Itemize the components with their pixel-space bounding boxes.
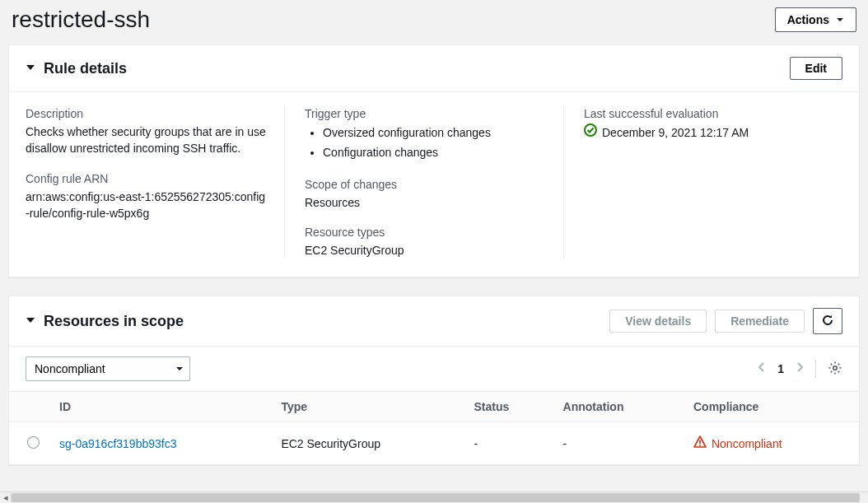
eval-value: December 9, 2021 12:17 AM — [602, 124, 749, 141]
remediate-button[interactable]: Remediate — [715, 310, 805, 333]
actions-label: Actions — [787, 13, 829, 26]
rule-details-title: Rule details — [44, 60, 127, 77]
trigger-item: Oversized configuration changes — [323, 123, 547, 143]
resource-id-link[interactable]: sg-0a916cf319bb93fc3 — [59, 437, 176, 450]
trigger-label: Trigger type — [305, 107, 547, 120]
page-number: 1 — [777, 362, 784, 375]
svg-point-1 — [833, 366, 838, 370]
compliance-badge: Noncompliant — [693, 435, 782, 451]
warning-icon — [693, 435, 707, 451]
settings-gear-icon[interactable] — [828, 361, 842, 378]
scope-label: Scope of changes — [305, 178, 547, 191]
success-check-icon — [584, 123, 597, 141]
description-label: Description — [26, 107, 268, 120]
col-trigger: Trigger type Oversized configuration cha… — [284, 107, 563, 258]
resources-panel: Resources in scope View details Remediat… — [8, 296, 860, 465]
col-eval: Last successful evaluation December 9, 2… — [563, 107, 842, 258]
horizontal-scrollbar[interactable]: ◂ — [0, 491, 868, 503]
collapse-icon[interactable] — [26, 314, 35, 328]
divider — [815, 360, 816, 378]
scroll-thumb[interactable] — [12, 493, 860, 502]
edit-button[interactable]: Edit — [790, 57, 842, 80]
eval-label: Last successful evaluation — [584, 107, 826, 120]
resource-status: - — [464, 422, 553, 465]
compliance-filter[interactable]: Noncompliant — [26, 356, 190, 381]
scroll-left-icon[interactable]: ◂ — [0, 492, 12, 504]
view-details-button[interactable]: View details — [609, 310, 707, 333]
compliance-filter-select[interactable]: Noncompliant — [26, 356, 190, 381]
refresh-button[interactable] — [813, 308, 842, 334]
col-description: Description Checks whether security grou… — [26, 107, 284, 258]
refresh-icon — [821, 314, 834, 329]
col-status[interactable]: Status — [464, 392, 553, 422]
collapse-icon[interactable] — [26, 62, 35, 75]
resource-types-label: Resource types — [305, 226, 547, 239]
resource-annotation: - — [553, 422, 684, 465]
table-row[interactable]: sg-0a916cf319bb93fc3 EC2 SecurityGroup -… — [9, 422, 859, 465]
trigger-item: Configuration changes — [323, 143, 547, 163]
col-type[interactable]: Type — [271, 392, 464, 422]
svg-point-3 — [699, 445, 701, 446]
col-select — [9, 392, 49, 422]
caret-down-icon — [836, 13, 844, 26]
scroll-track[interactable] — [12, 492, 868, 503]
scope-value: Resources — [305, 194, 547, 211]
trigger-list: Oversized configuration changes Configur… — [305, 123, 547, 163]
col-id[interactable]: ID — [49, 392, 271, 422]
description-value: Checks whether security groups that are … — [26, 123, 268, 157]
next-page-icon[interactable] — [796, 361, 804, 376]
rule-details-panel: Rule details Edit Description Checks whe… — [8, 44, 860, 277]
page-title: restricted-ssh — [12, 7, 150, 33]
row-select-radio[interactable] — [27, 436, 40, 449]
resources-table: ID Type Status Annotation Compliance sg-… — [9, 391, 859, 464]
col-annotation[interactable]: Annotation — [553, 392, 684, 422]
col-compliance[interactable]: Compliance — [684, 392, 859, 422]
resource-type: EC2 SecurityGroup — [271, 422, 464, 465]
prev-page-icon[interactable] — [758, 361, 766, 376]
arn-value: arn:aws:config:us-east-1:652556272305:co… — [26, 189, 268, 222]
actions-button[interactable]: Actions — [775, 7, 856, 32]
arn-label: Config rule ARN — [26, 172, 268, 185]
pager: 1 — [758, 360, 842, 378]
resources-title: Resources in scope — [44, 313, 184, 330]
compliance-text: Noncompliant — [712, 437, 782, 450]
resource-types-value: EC2 SecurityGroup — [305, 242, 547, 258]
